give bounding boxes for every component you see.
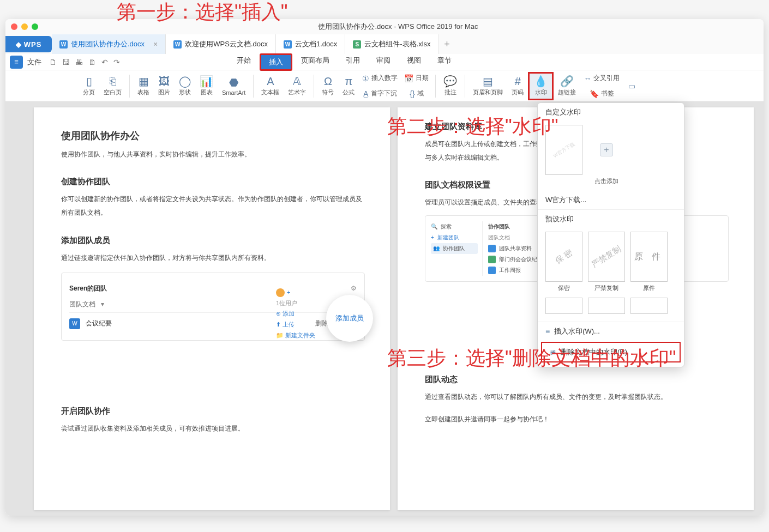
paragraph: 通过链接邀请指定伙伴加入协作团队，对方将与你共享团队内所有资料。 [61, 251, 365, 265]
tab-doc-3[interactable]: S云文档组件-表格.xlsx [345, 34, 438, 54]
add-link: ⊕ 添加 [276, 309, 315, 319]
doc-icon: W [284, 40, 292, 49]
crossref-button[interactable]: ↔交叉引用 [580, 71, 623, 86]
heading: 使用团队协作办公 [61, 129, 365, 142]
symbol-button[interactable]: Ω符号 [317, 72, 338, 100]
insert-watermark-action[interactable]: ≡插入水印(W)... [538, 322, 684, 341]
preset-original[interactable]: 原 件原件 [630, 232, 668, 292]
upload-link: ⬆ 上传 [276, 319, 315, 330]
equation-button[interactable]: π公式 [338, 72, 359, 100]
dropcap-button[interactable]: A̲首字下沉 [359, 87, 401, 101]
add-watermark-button[interactable]: +点击添加 [588, 125, 625, 185]
extra-button-1[interactable]: ▭ [625, 79, 639, 93]
ribbon-tab-insert[interactable]: 插入 [260, 53, 292, 71]
annotation-step1: 第一步：选择"插入" [117, 0, 288, 26]
close-icon[interactable]: × [153, 40, 158, 49]
file-menu[interactable]: 文件 [27, 57, 41, 67]
search-label: 探索 [441, 223, 452, 231]
team-docs-label: 团队文档 [69, 300, 95, 309]
hyperlink-button[interactable]: 🔗超链接 [554, 72, 580, 100]
preset-watermark-label: 预设水印 [538, 210, 684, 228]
bookmark-button[interactable]: 🔖书签 [580, 87, 623, 101]
file-name: 会议纪要 [86, 319, 112, 328]
team-panel-embed: Seren的团队⚙ 团队文档▾ W 会议纪要 删除 ⋯ + 1位用户 ⊕ 添加 … [61, 273, 365, 341]
preset-confidential[interactable]: 保 密保密 [545, 232, 582, 292]
avatar-icon [276, 288, 285, 297]
close-window[interactable] [11, 23, 17, 30]
new-icon[interactable]: 🗋 [49, 58, 57, 66]
col-sub: 团队文档 [488, 234, 510, 241]
paragraph: 尝试通过团队收集资料及添加相关成员，可有效推进项目进展。 [61, 422, 365, 436]
team-icon: 👥 [433, 245, 440, 251]
preset-extra-1[interactable] [545, 298, 582, 316]
insert-number-button[interactable]: ①插入数字 [359, 71, 401, 86]
team-name: Seren的团队 [69, 284, 107, 293]
ribbon-tab-view[interactable]: 视图 [399, 53, 429, 71]
new-folder-link: 📁 新建文件夹 [276, 330, 315, 341]
header-footer-button[interactable]: ▤页眉和页脚 [468, 72, 507, 100]
ribbon-tabs: 开始 插入 页面布局 引用 审阅 视图 章节 [229, 53, 459, 71]
tab-doc-2[interactable]: W云文档1.docx [276, 34, 345, 54]
tab-doc-0[interactable]: W使用团队协作办公.docx× [52, 34, 166, 54]
paragraph: 使用协作团队，与他人共享资料，实时协作编辑，提升工作效率。 [61, 148, 365, 161]
watermark-button[interactable]: 💧水印 [528, 72, 554, 100]
doc-icon [488, 267, 496, 274]
window-controls [11, 23, 38, 30]
ribbon-tab-reference[interactable]: 引用 [338, 53, 368, 71]
ribbon-tab-layout[interactable]: 页面布局 [293, 53, 337, 71]
hamburger-button[interactable]: ≡ [10, 56, 23, 69]
ribbon-tab-review[interactable]: 审阅 [369, 53, 398, 71]
smartart-button[interactable]: ⬣SmartArt [218, 72, 250, 100]
preset-extra-2[interactable] [588, 298, 625, 316]
undo-icon[interactable]: ↶ [101, 58, 108, 66]
add-member-popup: 添加成员 [326, 295, 373, 342]
user-count: 1位用户 [276, 298, 315, 309]
ribbon-tab-section[interactable]: 章节 [430, 53, 459, 71]
new-tab-button[interactable]: + [439, 39, 455, 50]
wordart-button[interactable]: 𝔸艺术字 [284, 72, 310, 100]
annotation-step2: 第二步：选择"水印" [387, 113, 558, 140]
sheet-icon: S [353, 40, 361, 49]
tab-doc-1[interactable]: W欢迎使用WPS云文档.docx [166, 34, 276, 54]
save-icon[interactable]: 🖫 [62, 58, 70, 66]
wps-home-button[interactable]: ◆WPS [5, 36, 52, 52]
list-item: 部门例会会议纪要 [499, 256, 543, 263]
insert-icon: ≡ [545, 327, 550, 336]
maximize-window[interactable] [32, 23, 38, 30]
quick-access-toolbar: 🗋 🖫 🖶 🗎 ↶ ↷ [49, 58, 120, 66]
ribbon: ▯分页 ⎗空白页 ▦表格 🖼图片 ◯形状 📊图表 ⬣SmartArt A文本框 … [5, 70, 764, 102]
page-break-button[interactable]: ▯分页 [79, 72, 99, 100]
heading: 开启团队协作 [61, 406, 365, 416]
custom-watermark-label: 自定义水印 [538, 103, 684, 122]
preset-extra-3[interactable] [630, 298, 668, 316]
menubar: ≡ 文件 🗋 🖫 🖶 🗎 ↶ ↷ 开始 插入 页面布局 引用 审阅 视图 章节 [5, 54, 764, 70]
doc-icon: W [59, 40, 68, 49]
page-number-button[interactable]: #页码 [507, 72, 528, 100]
blank-page-button[interactable]: ⎗空白页 [99, 72, 126, 100]
table-button[interactable]: ▦表格 [133, 72, 154, 100]
shapes-button[interactable]: ◯形状 [175, 72, 195, 100]
list-item: 团队共享资料 [499, 245, 532, 252]
collab-team-label: 协作团队 [443, 245, 465, 252]
ribbon-tab-start[interactable]: 开始 [229, 53, 259, 71]
page-left: 使用团队协作办公 使用协作团队，与他人共享资料，实时协作编辑，提升工作效率。 创… [34, 107, 390, 510]
gear-icon: ⚙ [351, 285, 357, 292]
preset-nocopy[interactable]: 严禁复制严禁复制 [588, 232, 625, 292]
chart-button[interactable]: 📊图表 [195, 72, 218, 100]
field-button[interactable]: {}域 [401, 87, 432, 101]
watermark-dropdown: 自定义水印 W官方下载 +点击添加 W官方下载... 预设水印 保 密保密 严禁… [537, 102, 684, 367]
redo-icon[interactable]: ↷ [113, 58, 120, 66]
paragraph: 通过查看团队动态，你可以了解团队内所有成员、文件的变更，及时掌握团队状态。 [425, 390, 729, 404]
paragraph: 立即创建团队并邀请同事一起参与协作吧！ [425, 413, 729, 426]
textbox-button[interactable]: A文本框 [257, 72, 284, 100]
comment-button[interactable]: 💬批注 [439, 72, 461, 100]
doc-icon: W [173, 40, 182, 49]
print-icon[interactable]: 🖶 [75, 58, 83, 66]
preview-icon[interactable]: 🗎 [88, 58, 96, 66]
minimize-window[interactable] [21, 23, 28, 30]
file-icon: W [69, 318, 80, 329]
official-download-link[interactable]: W官方下载... [538, 191, 684, 209]
paragraph: 你可以创建新的协作团队，或者将指定文件夹设为共享状态。作为协作团队的创建者，你可… [61, 192, 365, 220]
picture-button[interactable]: 🖼图片 [154, 72, 175, 100]
date-button[interactable]: 📅日期 [401, 71, 432, 86]
